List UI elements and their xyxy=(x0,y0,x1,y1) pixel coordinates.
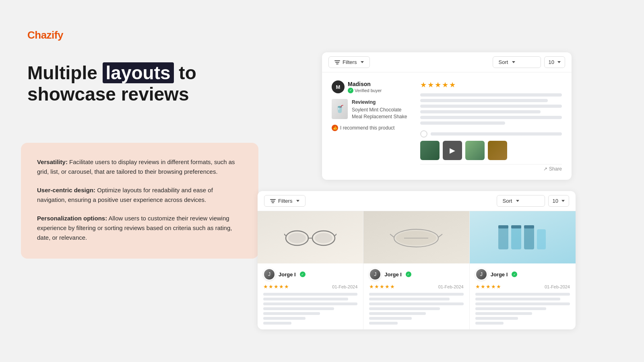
recommend-label: I recommend this product xyxy=(340,125,394,131)
grid-line-1b xyxy=(263,298,348,300)
product-thumbnail: 🥤 xyxy=(332,99,348,119)
grid-reviewer-name-1: Jorge I xyxy=(279,272,296,278)
bottom-filter-icon xyxy=(270,199,276,203)
recommend-tag: 👍 I recommend this product xyxy=(332,125,412,131)
star-2: ★ xyxy=(427,80,434,89)
feature-3-bold: Personalization options: xyxy=(37,215,107,222)
grid-date-2: 01-Feb-2024 xyxy=(438,284,464,289)
thumbnails-row: ▶ xyxy=(420,141,562,160)
grid-reviewer-name-2: Jorge I xyxy=(384,272,402,278)
grid-stars-date-2: ★ ★ ★ ★ ★ 01-Feb-2024 xyxy=(369,284,463,290)
bottom-filter-bar: Filters Sort 10 xyxy=(258,191,576,211)
heading-area: Multiple layouts to showcase reviews xyxy=(27,62,253,105)
heading-line2: showcase reviews xyxy=(27,84,189,105)
svg-line-4 xyxy=(335,233,336,236)
grid-stars-3: ★ ★ ★ ★ ★ xyxy=(475,284,501,290)
svg-point-6 xyxy=(315,233,332,243)
grid-line-1e xyxy=(263,312,320,315)
grid-verified-1: ✓ xyxy=(300,272,305,277)
grid-card-2: J Jorge I ✓ ★ ★ ★ ★ ★ 01-Feb-2024 xyxy=(363,211,469,329)
content-line-5 xyxy=(420,116,562,119)
verified-label: Verified buyer xyxy=(355,88,382,93)
svg-line-8 xyxy=(390,234,394,237)
filter-icon xyxy=(334,60,340,64)
progress-row xyxy=(420,130,562,138)
avatar: M xyxy=(332,80,345,93)
recommend-icon: 👍 xyxy=(332,125,338,131)
grid-line-1a xyxy=(263,293,357,296)
grid-cards-container: J Jorge I ✓ ★ ★ ★ ★ ★ 01-Feb-2024 xyxy=(258,211,576,329)
bottom-filter-label: Filters xyxy=(278,198,292,204)
product-name: Soylent Mint Chocolate Meal Replacement … xyxy=(352,107,412,120)
grid-reviewer-3: J Jorge I ✓ xyxy=(475,268,570,280)
thumb-2[interactable]: ▶ xyxy=(443,141,462,160)
star-3: ★ xyxy=(435,80,441,89)
reviewer-details: Madison ✓ Verified buyer xyxy=(348,81,382,93)
top-count-label: 10 xyxy=(549,59,554,65)
star-1: ★ xyxy=(420,80,427,89)
grid-card-1: J Jorge I ✓ ★ ★ ★ ★ ★ 01-Feb-2024 xyxy=(258,211,363,329)
svg-rect-14 xyxy=(524,227,534,249)
share-label: Share xyxy=(549,166,562,172)
thumb-1[interactable] xyxy=(420,141,440,160)
content-line-4 xyxy=(420,110,541,113)
review-content-lines xyxy=(420,93,562,125)
grid-date-1: 01-Feb-2024 xyxy=(332,284,357,289)
svg-line-9 xyxy=(438,234,442,237)
grid-layout-panel: Filters Sort 10 xyxy=(258,191,576,329)
grid-star-1d: ★ xyxy=(279,284,284,290)
grid-line-1d xyxy=(263,307,334,310)
review-left-panel: M Madison ✓ Verified buyer 🥤 Reviewing S… xyxy=(332,80,412,172)
top-sort-button[interactable]: Sort xyxy=(493,56,541,68)
grid-avatar-2: J xyxy=(369,268,381,280)
bottom-filter-button[interactable]: Filters xyxy=(264,195,305,207)
verified-badge: ✓ Verified buyer xyxy=(348,88,382,93)
grid-card-2-body: J Jorge I ✓ ★ ★ ★ ★ ★ 01-Feb-2024 xyxy=(363,263,469,329)
top-filter-button[interactable]: Filters xyxy=(328,56,370,68)
main-heading: Multiple layouts to showcase reviews xyxy=(27,62,253,105)
grid-stars-date-3: ★ ★ ★ ★ ★ 01-Feb-2024 xyxy=(475,284,570,290)
svg-rect-17 xyxy=(511,225,521,228)
share-row: ↗ Share xyxy=(420,164,562,172)
bottom-count-chevron-icon xyxy=(561,200,565,202)
grid-star-1b: ★ xyxy=(268,284,273,290)
share-icon: ↗ xyxy=(543,166,547,172)
grid-reviewer-2: J Jorge I ✓ xyxy=(369,268,463,280)
progress-circle-icon xyxy=(420,130,427,138)
bottom-count-label: 10 xyxy=(553,198,558,204)
content-line-3 xyxy=(420,105,562,108)
grid-date-3: 01-Feb-2024 xyxy=(545,284,570,289)
grid-card-2-image xyxy=(363,211,469,263)
svg-rect-18 xyxy=(524,225,534,228)
feature-2: User-centric design: Optimize layouts fo… xyxy=(37,185,242,205)
product-preview: 🥤 Reviewing Soylent Mint Chocolate Meal … xyxy=(332,99,412,120)
review-right-panel: ★ ★ ★ ★ ★ ▶ xyxy=(420,80,562,172)
grid-stars-date-1: ★ ★ ★ ★ ★ 01-Feb-2024 xyxy=(263,284,357,290)
grid-reviewer-name-3: Jorge I xyxy=(491,272,508,278)
bottom-sort-label: Sort xyxy=(503,198,512,204)
thumb-4[interactable] xyxy=(488,141,507,160)
feature-3: Personalization options: Allow users to … xyxy=(37,214,242,243)
thumb-3[interactable] xyxy=(465,141,485,160)
bottom-sort-button[interactable]: Sort xyxy=(497,195,545,207)
heading-highlight: layouts xyxy=(103,62,174,83)
grid-verified-2: ✓ xyxy=(406,272,411,277)
grid-card-1-image xyxy=(258,211,363,263)
content-line-2 xyxy=(420,99,548,102)
grid-stars-1: ★ ★ ★ ★ ★ xyxy=(263,284,289,290)
progress-bar-fill xyxy=(431,132,522,136)
grid-avatar-1: J xyxy=(263,268,275,280)
svg-rect-16 xyxy=(498,225,508,228)
reviewer-info: M Madison ✓ Verified buyer xyxy=(332,80,412,93)
grid-lines-2 xyxy=(369,293,463,325)
grid-lines-3 xyxy=(475,293,570,325)
star-5: ★ xyxy=(449,80,456,89)
top-count-button[interactable]: 10 xyxy=(544,56,565,68)
feature-2-bold: User-centric design: xyxy=(37,187,95,193)
bottom-count-button[interactable]: 10 xyxy=(548,195,569,207)
logo-text-black: Chazi xyxy=(27,29,54,41)
reviewing-label: Reviewing xyxy=(352,99,412,106)
svg-point-5 xyxy=(288,233,306,243)
grid-card-1-body: J Jorge I ✓ ★ ★ ★ ★ ★ 01-Feb-2024 xyxy=(258,263,363,329)
svg-rect-15 xyxy=(537,229,546,249)
